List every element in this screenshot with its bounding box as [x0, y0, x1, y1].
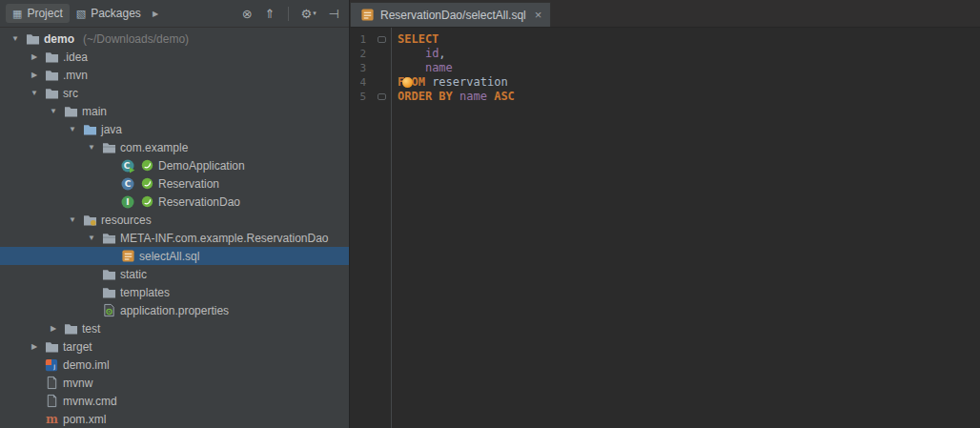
tree-item-com-example[interactable]: ▼com.example [0, 138, 349, 156]
hide-panel-icon[interactable]: ⊣ [329, 8, 339, 20]
folder-icon [44, 50, 59, 65]
project-toolbar: ▦ Project ▧ Packages ▶ ⊗ ⇑ ⚙▾ ⊣ [0, 0, 349, 28]
tree-item-mvn[interactable]: ▶.mvn [0, 66, 349, 84]
code-line-5[interactable]: ORDER BY name ASC [392, 90, 980, 104]
tree-item-src[interactable]: ▼src [0, 84, 349, 102]
collapse-all-icon[interactable]: ⇑ [265, 8, 276, 20]
sql-file-icon [120, 249, 135, 264]
tree-toggle-icon[interactable]: ▶ [25, 342, 44, 351]
gear-dropdown-arrow-icon: ▾ [313, 10, 316, 17]
tree-item-mvnw-cmd[interactable]: mvnw.cmd [0, 392, 349, 410]
tree-item-static[interactable]: static [0, 265, 349, 283]
file-icon [44, 394, 59, 409]
tab-packages[interactable]: ▧ Packages [70, 4, 148, 23]
tree-item-label: Reservation [158, 177, 223, 191]
tree-toggle-icon[interactable]: ▼ [44, 107, 63, 115]
sql-file-icon [359, 8, 375, 23]
tree-toggle-icon[interactable]: ▶ [25, 52, 44, 61]
folder-src-icon [82, 122, 97, 137]
tree-toggle-icon[interactable]: ▼ [82, 143, 101, 152]
ide-window: ▦ Project ▧ Packages ▶ ⊗ ⇑ ⚙▾ ⊣ ▼demo(~/… [0, 0, 980, 428]
tab-packages-label: Packages [91, 7, 141, 20]
tree-toggle-icon[interactable]: ▼ [63, 125, 82, 133]
fold-marker-icon[interactable] [366, 36, 391, 43]
packages-tab-icon: ▧ [76, 8, 86, 20]
code-token: name [459, 90, 487, 103]
code-token: id [425, 47, 439, 60]
locate-icon[interactable]: ⊗ [242, 8, 253, 20]
interface-icon: I [120, 194, 135, 210]
tab-project[interactable]: ▦ Project [6, 4, 70, 23]
iml-icon: J [44, 357, 59, 373]
code-token: name [425, 61, 453, 74]
tab-project-label: Project [27, 7, 62, 20]
tree-item-demo-iml[interactable]: Jdemo.iml [0, 356, 349, 374]
settings-gear-icon[interactable]: ⚙▾ [301, 8, 316, 20]
tree-item-java[interactable]: ▼java [0, 120, 349, 138]
tree-toggle-icon[interactable]: ▼ [63, 215, 82, 224]
tree-item-label: DemoApplication [158, 159, 249, 173]
more-tabs-icon[interactable]: ▶ [153, 10, 158, 18]
tree-item-label: ReservationDao [158, 195, 244, 209]
tree-item-selectall-sql[interactable]: selectAll.sql [0, 247, 349, 265]
tree-toggle-icon[interactable]: ▼ [82, 234, 101, 242]
editor-tab-selectall-sql[interactable]: ReservationDao/selectAll.sql × [350, 2, 551, 27]
tree-item-test[interactable]: ▶test [0, 319, 349, 337]
tree-toggle-icon[interactable]: ▼ [25, 89, 44, 97]
tree-item-label: src [63, 87, 82, 100]
project-tab-icon: ▦ [12, 8, 22, 20]
tree-item-reservation[interactable]: CReservation [0, 174, 349, 193]
tree-item-reservationdao[interactable]: IReservationDao [0, 193, 349, 211]
file-icon [44, 376, 59, 391]
tree-item-label: java [101, 123, 126, 136]
tree-toggle-icon[interactable]: ▼ [6, 34, 25, 43]
svg-text:I: I [126, 197, 129, 207]
tree-item-idea[interactable]: ▶.idea [0, 48, 349, 66]
tree-item-demo[interactable]: ▼demo(~/Downloads/demo) [0, 30, 349, 48]
folder-icon [63, 104, 78, 119]
fold-marker-icon[interactable] [366, 93, 391, 100]
tree-item-path: (~/Downloads/demo) [83, 32, 189, 46]
svg-text:m: m [46, 413, 58, 426]
tree-toggle-icon[interactable]: ▶ [25, 71, 44, 79]
properties-icon [101, 303, 116, 318]
editor-body: 12345 SELECT id, nameFROM reservationORD… [350, 28, 980, 428]
code-line-2[interactable]: id, [392, 47, 980, 61]
class-run-icon: C [120, 158, 135, 173]
tree-item-target[interactable]: ▶target [0, 337, 349, 356]
tree-item-meta-inf-com-example-reservationdao[interactable]: ▼META-INF.com.example.ReservationDao [0, 229, 349, 247]
code-line-1[interactable]: SELECT [392, 32, 980, 47]
package-icon [101, 231, 116, 246]
svg-text:C: C [124, 161, 131, 171]
code-line-4[interactable]: FROM reservation [392, 75, 980, 90]
editor-code[interactable]: SELECT id, nameFROM reservationORDER BY … [392, 28, 980, 428]
tree-item-label: target [63, 340, 96, 354]
tree-item-application-properties[interactable]: application.properties [0, 301, 349, 319]
folder-icon [25, 31, 40, 47]
code-line-3[interactable]: name [392, 61, 980, 75]
folder-icon [44, 86, 59, 101]
gear-glyph: ⚙ [301, 8, 313, 20]
editor-tabbar: ReservationDao/selectAll.sql × [350, 0, 980, 28]
tree-item-label: resources [101, 214, 155, 227]
tree-item-main[interactable]: ▼main [0, 102, 349, 120]
tree-item-label: META-INF.com.example.ReservationDao [120, 232, 333, 245]
spring-icon [139, 194, 154, 210]
tree-toggle-icon[interactable]: ▶ [44, 324, 63, 333]
tree-item-templates[interactable]: templates [0, 283, 349, 301]
tree-item-demoapplication[interactable]: CDemoApplication [0, 156, 349, 174]
code-token: ORDER BY [398, 90, 453, 103]
tree-item-resources[interactable]: ▼resources [0, 211, 349, 229]
maven-icon: m [44, 412, 59, 427]
tree-item-label: templates [120, 286, 174, 299]
tree-item-label: .idea [63, 51, 92, 64]
line-number: 2 [350, 47, 366, 61]
tree-item-pom-xml[interactable]: mpom.xml [0, 410, 349, 428]
code-token: , [439, 47, 445, 60]
spring-icon [139, 158, 154, 173]
folder-icon [63, 321, 78, 336]
tree-item-label: demo.iml [63, 358, 113, 372]
line-number: 4 [350, 75, 366, 90]
tree-item-mvnw[interactable]: mvnw [0, 374, 349, 392]
close-tab-icon[interactable]: × [535, 9, 542, 21]
